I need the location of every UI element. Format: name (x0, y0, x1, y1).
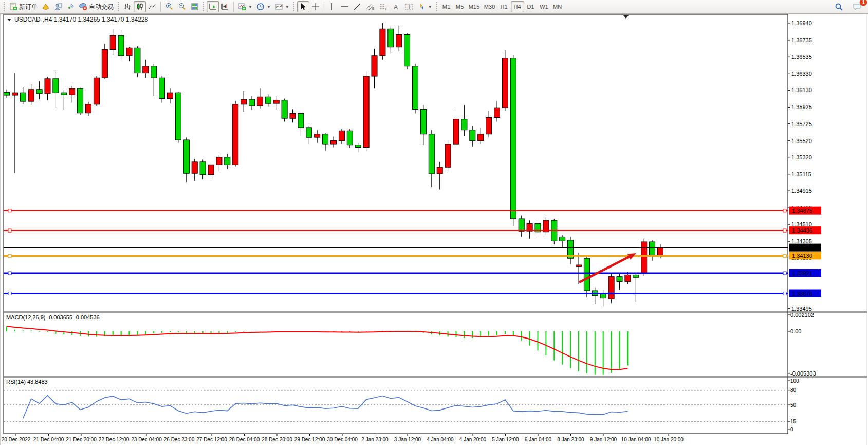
indicators-button[interactable]: ▼ (236, 1, 254, 12)
timeframe-button-m5[interactable]: M5 (453, 1, 467, 12)
chart-canvas[interactable]: 1.369401.367351.365351.363301.361301.359… (0, 0, 868, 445)
rsi-level-label: 15 (790, 419, 797, 424)
candle-body (478, 134, 484, 141)
terminal-button[interactable] (52, 1, 64, 12)
candle-body (363, 76, 369, 148)
candle-body (584, 258, 589, 291)
hline-handle[interactable] (783, 292, 786, 295)
candle-body (168, 93, 173, 98)
rsi-level-label: 80 (790, 387, 797, 393)
main-toolbar: 新订单 自动交易 (0, 0, 868, 14)
signals-button[interactable] (64, 1, 77, 12)
price-tick-label: 1.34305 (791, 238, 812, 244)
timeframe-button-m30[interactable]: M30 (482, 1, 497, 12)
candle-body (273, 100, 279, 103)
time-tick-label: 28 Dec 04:00 (229, 437, 260, 442)
candlestick-chart-button[interactable] (134, 1, 146, 12)
price-tick-label: 1.36940 (791, 20, 812, 26)
hline-handle[interactable] (783, 254, 786, 257)
candle-body (298, 114, 304, 128)
line-chart-button[interactable] (146, 1, 158, 12)
chat-button[interactable]: 1 (851, 1, 864, 12)
periods-clock-icon (256, 3, 265, 11)
arrows-button[interactable]: ▼ (416, 1, 434, 12)
timeframe-label: M30 (484, 4, 495, 10)
timeframe-label: H4 (513, 4, 521, 10)
candle-body (159, 78, 165, 98)
timeframe-label: M1 (442, 4, 451, 10)
arrows-icon (418, 3, 426, 11)
candle-body (470, 130, 475, 141)
metaeditor-icon (42, 3, 50, 11)
toolbar-grip[interactable] (293, 2, 296, 12)
time-tick-label: 4 Jan 04:00 (427, 437, 454, 442)
hline-handle[interactable] (8, 254, 11, 257)
zoom-in-button[interactable] (163, 1, 176, 12)
timeframe-button-mn[interactable]: MN (551, 1, 564, 12)
candle-body (183, 140, 189, 173)
candle-body (225, 157, 230, 165)
candle-body (380, 29, 385, 56)
candle-body (429, 134, 434, 174)
rsi-level-label: 100 (790, 378, 799, 384)
hline-handle[interactable] (783, 272, 786, 275)
candle-body (306, 128, 312, 137)
timeframe-button-m1[interactable]: M1 (440, 1, 453, 12)
auto-scroll-button[interactable] (207, 1, 219, 12)
candle-body (192, 162, 197, 173)
candle-body (151, 66, 157, 78)
candlestick-chart-icon (136, 3, 144, 11)
fibonacci-button[interactable]: F (377, 1, 390, 12)
periods-button[interactable]: ▼ (254, 1, 273, 12)
time-tick-label: 27 Dec 12:00 (196, 437, 227, 442)
text-label-button[interactable]: T (402, 1, 416, 12)
search-button[interactable] (833, 1, 845, 12)
cursor-button[interactable] (297, 1, 309, 12)
toolbar-grip[interactable] (117, 2, 120, 12)
time-tick-label: 8 Jan 23:00 (557, 437, 584, 442)
templates-button[interactable]: ▼ (273, 1, 291, 12)
timeframe-button-d1[interactable]: D1 (524, 1, 538, 12)
candle-body (486, 118, 492, 134)
equidistant-channel-button[interactable]: E (363, 1, 377, 12)
new-order-button[interactable]: 新订单 (7, 1, 40, 12)
hline-handle[interactable] (8, 292, 11, 295)
vertical-line-button[interactable] (326, 1, 339, 12)
timeframe-label: M5 (456, 4, 464, 10)
templates-icon (275, 3, 283, 11)
price-tick-label: 1.36735 (791, 37, 812, 43)
fibonacci-icon: F (379, 3, 388, 11)
price-badge-label: 1.34436 (792, 227, 812, 234)
svg-text:F: F (385, 7, 387, 11)
text-button[interactable]: A (390, 1, 402, 12)
toolbar-grip[interactable] (436, 2, 438, 12)
candle-body (560, 237, 565, 241)
hline-handle[interactable] (8, 272, 11, 275)
metaeditor-button[interactable] (40, 1, 52, 12)
candle-body (257, 97, 263, 106)
timeframe-button-m15[interactable]: M15 (467, 1, 482, 12)
candle-body (12, 93, 17, 95)
hline-handle[interactable] (8, 209, 11, 212)
bar-chart-button[interactable] (121, 1, 134, 12)
zoom-out-button[interactable] (176, 1, 189, 12)
candle-body (347, 131, 353, 145)
candle-body (135, 48, 140, 73)
candle-body (510, 58, 516, 219)
toolbar-grip[interactable] (202, 2, 205, 12)
horizontal-line-button[interactable] (339, 1, 351, 12)
hline-handle[interactable] (783, 229, 786, 232)
crosshair-button[interactable] (309, 1, 322, 12)
chart-shift-button[interactable] (219, 1, 231, 12)
toolbar-grip[interactable] (3, 2, 6, 12)
timeframe-button-h1[interactable]: H1 (497, 1, 511, 12)
hline-handle[interactable] (8, 229, 11, 232)
price-tick-label: 1.36535 (791, 54, 812, 60)
timeframe-button-h4[interactable]: H4 (511, 1, 524, 12)
crosshair-icon (311, 3, 320, 11)
timeframe-button-w1[interactable]: W1 (538, 1, 551, 12)
autotrading-button[interactable]: 自动交易 (77, 1, 116, 12)
trendline-button[interactable] (351, 1, 363, 12)
tile-windows-button[interactable] (189, 1, 201, 12)
hline-handle[interactable] (783, 209, 786, 212)
